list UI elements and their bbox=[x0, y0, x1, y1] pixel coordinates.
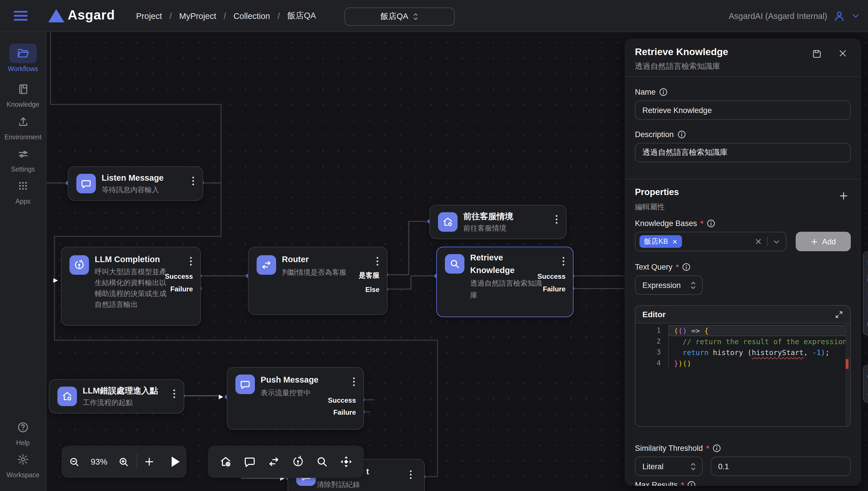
node-push-message[interactable]: Push Message 表示流量控管中 Success Failure bbox=[227, 367, 364, 430]
sidebar-item-workspace[interactable]: Workspace bbox=[0, 450, 46, 479]
menu-icon[interactable] bbox=[14, 11, 28, 21]
node-desc: 等待訊息內容輸入 bbox=[102, 184, 159, 196]
zoom-in-button[interactable] bbox=[111, 456, 137, 467]
info-icon[interactable] bbox=[707, 219, 715, 228]
run-workflow-button[interactable] bbox=[162, 457, 187, 467]
line-number: 4 bbox=[635, 358, 668, 369]
add-node-button[interactable] bbox=[137, 457, 162, 467]
asgard-logo-text[interactable]: Asgard bbox=[68, 7, 115, 23]
name-input[interactable]: Retrieve Knowledge bbox=[635, 100, 851, 120]
breadcrumb-project[interactable]: Project bbox=[136, 11, 162, 20]
info-icon[interactable] bbox=[677, 130, 686, 139]
move-tool-icon[interactable] bbox=[340, 456, 352, 468]
panel-title: Retrieve Knowledge bbox=[635, 47, 728, 58]
breadcrumb-collection[interactable]: Collection bbox=[233, 11, 270, 20]
node-title: Listen Message bbox=[102, 172, 164, 184]
chat-tool-icon[interactable] bbox=[243, 456, 256, 468]
sidebar-item-label: Workflows bbox=[8, 65, 38, 72]
node-retrieve-knowledge[interactable]: Retrieve Knowledge 透過自然語言檢索知識庫 Success F… bbox=[436, 247, 573, 317]
sidebar-item-label: Environment bbox=[4, 134, 41, 141]
port-failure[interactable]: Failure bbox=[333, 408, 356, 417]
text-query-mode-select[interactable]: Expression bbox=[635, 275, 703, 295]
port-failure[interactable]: Failure bbox=[543, 285, 566, 294]
sidebar-item-help[interactable]: Help bbox=[0, 417, 46, 446]
node-menu-button[interactable] bbox=[554, 214, 559, 225]
knowledge-bases-label-row: Knowledge Bases * bbox=[635, 219, 715, 228]
user-icon[interactable] bbox=[833, 9, 846, 22]
breadcrumb-myproject[interactable]: MyProject bbox=[179, 11, 216, 20]
node-listen-message[interactable]: Listen Message 等待訊息內容輸入 bbox=[68, 166, 203, 201]
editor-body[interactable]: 1 (() => { 2 // return the result of the… bbox=[635, 323, 850, 427]
workflow-selector[interactable]: 飯店QA bbox=[345, 7, 455, 26]
port-success[interactable]: Success bbox=[328, 396, 356, 405]
expression-editor[interactable]: Editor 1 (() => { 2 // return the result… bbox=[635, 305, 851, 427]
node-menu-button[interactable] bbox=[352, 376, 356, 387]
sidebar-item-environment[interactable]: Environment bbox=[0, 112, 46, 141]
home-plus-icon bbox=[57, 386, 77, 406]
code-line: 1 (() => { bbox=[635, 325, 850, 336]
port-success[interactable]: Success bbox=[165, 272, 193, 281]
required-asterisk: * bbox=[676, 263, 679, 271]
home-plus-tool-icon[interactable] bbox=[219, 456, 232, 468]
port-is-service[interactable]: 是客服 bbox=[359, 271, 379, 280]
kb-tag[interactable]: 飯店KB bbox=[640, 235, 682, 248]
add-property-icon[interactable] bbox=[839, 191, 848, 203]
description-input[interactable]: 透過自然語言檢索知識庫 bbox=[635, 143, 851, 162]
sliders-icon bbox=[9, 144, 37, 164]
node-llm-completion[interactable]: LLM Completion 呼叫大型語言模型並產生結構化的資料輸出以輔助流程的… bbox=[61, 247, 201, 326]
save-icon[interactable] bbox=[812, 49, 822, 61]
chevron-down-icon[interactable] bbox=[773, 238, 780, 245]
remove-tag-icon[interactable] bbox=[672, 239, 677, 244]
similarity-label-row: Similarity Threshold * bbox=[635, 444, 721, 453]
clear-select-icon[interactable] bbox=[755, 238, 762, 245]
node-menu-button[interactable] bbox=[562, 256, 566, 267]
help-icon bbox=[9, 417, 37, 437]
sidebar-item-label: Help bbox=[16, 439, 30, 446]
info-icon[interactable] bbox=[682, 263, 691, 271]
knowledge-bases-select[interactable]: 飯店KB bbox=[635, 232, 786, 251]
node-menu-button[interactable] bbox=[375, 256, 379, 267]
port-success[interactable]: Success bbox=[538, 272, 566, 281]
sidebar-item-label: Settings bbox=[11, 166, 35, 173]
info-icon[interactable] bbox=[713, 444, 721, 453]
router-tool-icon[interactable] bbox=[268, 456, 280, 468]
node-detail-panel: Retrieve Knowledge 透過自然語言檢索知識庫 Name Retr… bbox=[625, 38, 861, 486]
close-icon[interactable] bbox=[838, 49, 847, 60]
divider bbox=[625, 76, 861, 77]
node-menu-button[interactable] bbox=[189, 256, 193, 267]
similarity-mode-select[interactable]: Literal bbox=[635, 457, 703, 476]
editor-header: Editor bbox=[635, 306, 850, 323]
editor-scrollbar[interactable] bbox=[846, 323, 850, 427]
zoom-out-button[interactable] bbox=[61, 456, 87, 467]
search-tool-icon[interactable] bbox=[316, 456, 328, 468]
node-goto-service[interactable]: 前往客服情境 前往客服情境 bbox=[429, 205, 567, 239]
node-title: LLM Completion bbox=[95, 253, 160, 266]
node-title: Router bbox=[282, 253, 308, 266]
llm-tool-icon[interactable] bbox=[292, 456, 304, 468]
asgard-logo-icon[interactable] bbox=[48, 9, 64, 22]
clipped-tooltip-fragment: e 定 bbox=[863, 365, 868, 403]
node-error-entry[interactable]: LLM錯誤處理進入點 工作流程的起點 bbox=[49, 379, 184, 413]
expand-icon[interactable] bbox=[835, 310, 843, 319]
chevron-down-icon[interactable] bbox=[851, 11, 860, 20]
sidebar-item-label: Apps bbox=[16, 198, 30, 205]
node-router[interactable]: Router 判斷情境是否為客服 是客服 Else bbox=[248, 247, 387, 315]
port-failure[interactable]: Failure bbox=[170, 285, 193, 294]
info-icon[interactable] bbox=[687, 481, 696, 486]
node-menu-button[interactable] bbox=[409, 469, 413, 481]
sidebar-item-apps[interactable]: Apps bbox=[0, 176, 46, 205]
similarity-value-input[interactable]: 0.1 bbox=[711, 457, 851, 476]
port-else[interactable]: Else bbox=[365, 285, 379, 294]
node-menu-button[interactable] bbox=[191, 175, 195, 187]
breadcrumb-current[interactable]: 飯店QA bbox=[287, 10, 316, 21]
required-asterisk: * bbox=[700, 219, 703, 228]
sidebar-item-label: Knowledge bbox=[7, 101, 39, 108]
node-menu-button[interactable] bbox=[172, 388, 176, 400]
add-kb-button[interactable]: Add bbox=[796, 232, 851, 251]
sidebar-item-workflows[interactable]: Workflows bbox=[0, 44, 46, 72]
breadcrumb: Project / MyProject / Collection / 飯店QA bbox=[136, 0, 316, 32]
info-icon[interactable] bbox=[659, 88, 668, 96]
sidebar-item-knowledge[interactable]: Knowledge bbox=[0, 79, 46, 108]
text-query-mode-value: Expression bbox=[642, 281, 681, 289]
sidebar-item-settings[interactable]: Settings bbox=[0, 144, 46, 173]
